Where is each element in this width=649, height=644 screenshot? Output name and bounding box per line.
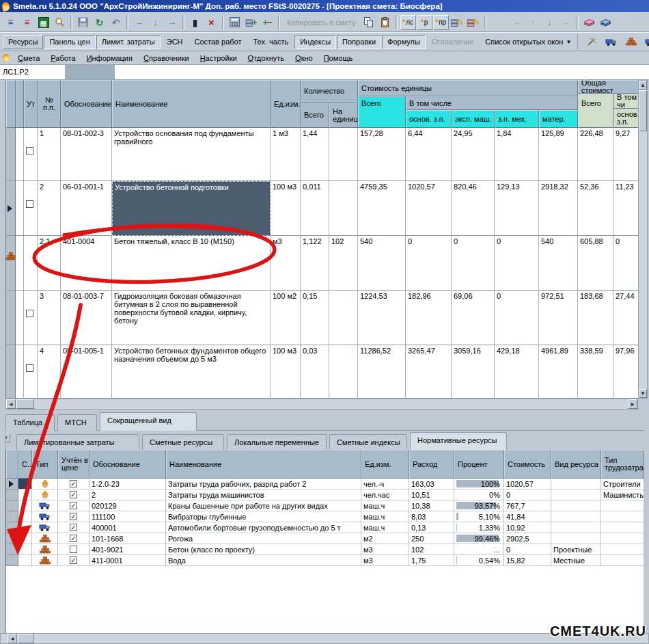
res-cell-cost[interactable]: 15,82 — [504, 555, 551, 566]
res-cell-percent[interactable]: 0% — [454, 489, 504, 500]
cell-eksp-mash[interactable]: 3059,16 — [452, 345, 495, 399]
res-cell-type[interactable] — [32, 522, 58, 533]
cell-mater[interactable]: 125,89 — [539, 128, 578, 181]
horizontal-scrollbar[interactable]: ◄ ► — [5, 399, 638, 410]
ls-coefficients-button[interactable]: *лс — [400, 15, 416, 30]
cell-total-osn[interactable]: 97,96 — [613, 345, 639, 399]
move-last-button[interactable]: → — [164, 15, 180, 30]
price-pr-button[interactable]: *пр — [433, 15, 449, 30]
approved-checkbox[interactable] — [26, 310, 33, 317]
res-cell-name[interactable]: Бетон (класс по проекту) — [166, 544, 361, 555]
res-cell-labor[interactable] — [601, 533, 644, 544]
edit-norm-button[interactable]: ▤✎ — [450, 15, 465, 30]
panel-button-список-открытых-окон[interactable]: Список открытых окон▼ — [480, 35, 577, 49]
import-estimate-button[interactable]: ≡ — [19, 15, 35, 30]
scroll-right-button[interactable]: ► — [628, 399, 637, 409]
cell-unit[interactable]: 100 м3 — [271, 181, 301, 236]
menu-item-смета[interactable]: Смета — [12, 52, 45, 64]
cell-zp-meh[interactable]: 1,84 — [495, 128, 539, 181]
included-checkbox[interactable]: ✓ — [70, 556, 77, 564]
res-cell-code[interactable]: 411-0001 — [89, 555, 166, 566]
machine-button[interactable] — [603, 34, 619, 49]
cell-mater[interactable]: 540 — [539, 236, 578, 291]
copy-button[interactable] — [361, 15, 376, 30]
cell-cost-total[interactable]: 11286,52 — [358, 345, 406, 399]
cell-total-osn[interactable]: 11,23 — [613, 181, 639, 236]
cell-total-osn[interactable]: 27,44 — [613, 291, 639, 345]
res-cell-included[interactable] — [58, 544, 89, 555]
cell-num[interactable]: 2,1 — [38, 236, 61, 291]
res-cell-kind[interactable] — [551, 479, 601, 489]
scroll-left-button[interactable]: ◄ — [6, 399, 16, 409]
menu-item-работа[interactable]: Работа — [45, 52, 81, 64]
panel-button-тех-часть[interactable]: Тех. часть — [247, 35, 294, 49]
estimate-tree-button[interactable]: ≡ — [3, 15, 18, 30]
res-cell-unit[interactable]: м3 — [361, 544, 409, 555]
res-cell-s[interactable] — [18, 479, 32, 489]
res-cell-code[interactable]: 401-9021 — [89, 544, 166, 555]
res-cell-s[interactable] — [18, 500, 32, 511]
panel-button-состав-работ[interactable]: Состав работ — [189, 35, 247, 49]
res-cell-included[interactable]: ✓ — [58, 555, 89, 566]
included-checkbox[interactable]: ✓ — [70, 480, 77, 487]
approved-checkbox[interactable] — [26, 200, 33, 208]
cell-qty-per[interactable] — [329, 181, 358, 236]
cell-unit[interactable]: м3 — [271, 236, 301, 291]
shift-right-button[interactable]: → — [509, 15, 525, 30]
view-tab-1[interactable]: Таблица — [5, 414, 55, 431]
cell-osn-zp[interactable]: 182,96 — [406, 291, 452, 345]
insert-position-button[interactable]: ▤+ — [243, 15, 259, 30]
tool-button[interactable] — [583, 34, 599, 49]
res-cell-kind[interactable] — [551, 522, 601, 533]
res-cell-type[interactable] — [32, 489, 58, 500]
cell-code[interactable]: 08-01-003-7 — [61, 291, 112, 345]
cell-code[interactable]: 08-01-005-1 — [61, 345, 112, 399]
row-blank-cell[interactable] — [16, 181, 24, 236]
cell-num[interactable]: 4 — [38, 345, 61, 399]
res-cell-unit[interactable]: чел.-ч — [361, 479, 409, 489]
res-cell-code[interactable]: 101-1668 — [89, 533, 166, 544]
res-cell-labor[interactable]: Строители — [601, 479, 644, 489]
move-down-button[interactable]: ↓ — [148, 15, 163, 30]
menu-item-отдохнуть[interactable]: Отдохнуть — [243, 52, 290, 64]
res-cell-name[interactable]: Краны башенные при работе на других вида… — [166, 500, 361, 511]
calculator-button[interactable] — [227, 15, 243, 30]
cell-total[interactable]: 226,48 — [578, 128, 613, 181]
res-cell-s[interactable] — [18, 489, 32, 500]
cell-cost-total[interactable]: 4759,35 — [358, 181, 406, 236]
res-cell-rate[interactable]: 102 — [409, 544, 454, 555]
cell-qty-total[interactable]: 0,15 — [301, 291, 329, 345]
menu-item-окно[interactable]: Окно — [290, 52, 318, 64]
res-cell-included[interactable]: ✓ — [58, 522, 89, 533]
cell-total[interactable]: 183,68 — [578, 291, 613, 345]
cell-qty-per[interactable] — [329, 128, 358, 181]
panel-tab-1[interactable]: Лимитированные затраты — [16, 434, 139, 450]
res-cell-labor[interactable] — [601, 544, 644, 555]
cell-cost-total[interactable]: 540 — [358, 236, 406, 291]
shift-end-button[interactable]: → — [558, 15, 574, 30]
res-cell-code[interactable]: 111100 — [89, 511, 166, 522]
res-cell-included[interactable]: ✓ — [58, 489, 89, 500]
scroll-up-button[interactable]: ▲ — [639, 81, 647, 90]
panel-button-индексы[interactable]: Индексы — [294, 35, 336, 49]
res-cell-rate[interactable]: 1,75 — [409, 555, 454, 566]
res-cell-percent[interactable]: 5,10% — [454, 511, 504, 522]
res-cell-name[interactable]: Затраты труда машинистов — [166, 489, 361, 500]
cell-cost-total[interactable]: 157,28 — [358, 128, 406, 181]
save-button[interactable] — [75, 15, 91, 30]
cell-qty-per[interactable] — [329, 291, 358, 345]
vertical-scrollbar[interactable]: ▲ ▼ — [638, 80, 648, 399]
cell-zp-meh[interactable]: 0 — [495, 236, 539, 291]
edit-norm-alt-button[interactable]: ▤✎ — [466, 15, 482, 30]
row-blank-cell[interactable] — [16, 291, 24, 345]
cell-total[interactable]: 338,59 — [578, 345, 613, 399]
cell-name[interactable]: Устройство бетонной подготовки — [112, 181, 271, 236]
res-cell-cost[interactable]: 0 — [504, 544, 551, 555]
cell-name[interactable]: Устройство основания под фундаменты грав… — [112, 128, 271, 181]
cell-qty-per[interactable]: 102 — [329, 236, 358, 291]
res-cell-unit[interactable]: маш.ч — [361, 522, 409, 533]
res-cell-unit[interactable]: маш.ч — [361, 511, 409, 522]
res-cell-type[interactable] — [32, 500, 58, 511]
cell-qty-total[interactable]: 1,122 — [301, 236, 329, 291]
panel-button-эсн[interactable]: ЭСН — [161, 35, 189, 49]
